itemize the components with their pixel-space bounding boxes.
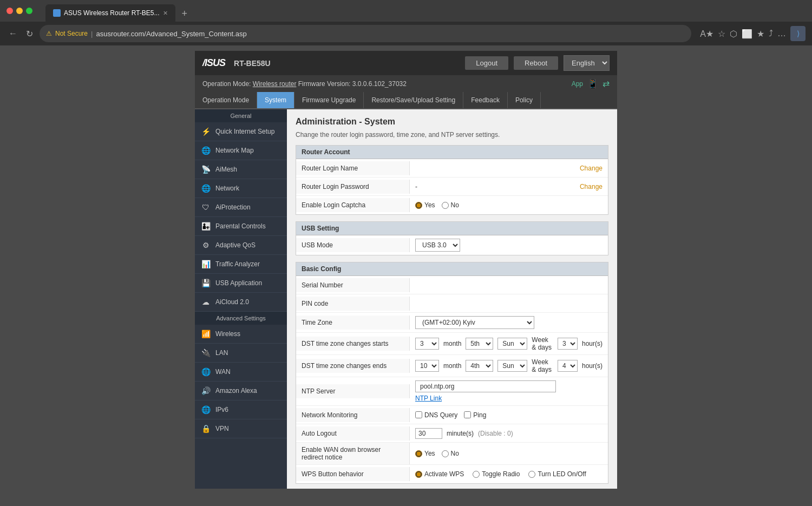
tab-firmware-upgrade[interactable]: Firmware Upgrade	[294, 92, 364, 108]
dns-query-label[interactable]: DNS Query	[415, 411, 457, 419]
sidebar-item-aicloud[interactable]: ☁ AiCloud 2.0	[195, 293, 287, 312]
sidebar-item-network[interactable]: 🌐 Network	[195, 179, 287, 198]
sidebar-item-network-map[interactable]: 🌐 Network Map	[195, 141, 287, 160]
wan-down-yes-text: Yes	[424, 450, 435, 457]
sidebar-item-lan[interactable]: 🔌 LAN	[195, 344, 287, 363]
wps-toggle-label[interactable]: Toggle Radio	[473, 470, 520, 478]
login-password-change-link[interactable]: Change	[580, 183, 603, 190]
split-view-icon[interactable]: ⬜	[742, 29, 752, 39]
dst-ends-hour-select[interactable]: 4012 35	[558, 360, 578, 372]
wps-activate-text: Activate WPS	[424, 470, 464, 478]
sidebar-item-traffic-analyzer[interactable]: 📊 Traffic Analyzer	[195, 255, 287, 274]
dns-query-checkbox[interactable]	[415, 411, 422, 418]
dst-ends-day-select[interactable]: 4th1st2nd3rd5th	[466, 360, 493, 372]
dst-ends-hour-label: hour(s)	[582, 362, 603, 370]
tab-close-icon[interactable]: ✕	[163, 10, 168, 17]
traffic-analyzer-icon: 📊	[200, 260, 211, 268]
wan-down-no-radio[interactable]	[442, 450, 449, 457]
logout-button[interactable]: Logout	[465, 56, 508, 70]
sidebar-item-ipv6[interactable]: 🌐 IPv6	[195, 400, 287, 419]
edge-sidebar-icon[interactable]: ⟩	[790, 26, 806, 41]
dst-starts-hour-select[interactable]: 3012 45	[558, 338, 578, 350]
wps-led-radio[interactable]	[528, 471, 535, 478]
wps-activate-label[interactable]: Activate WPS	[415, 470, 464, 478]
operation-info: Operation Mode: Wireless router Firmware…	[202, 80, 407, 88]
sidebar-item-vpn[interactable]: 🔒 VPN	[195, 419, 287, 438]
dst-ends-week-days: Week & days	[532, 358, 553, 373]
dst-ends-month-select[interactable]: 10123 4567 891112	[415, 360, 439, 372]
favorites-icon[interactable]: ★	[757, 29, 764, 39]
sidebar-item-adaptive-qos[interactable]: ⚙ Adaptive QoS	[195, 236, 287, 255]
app-store-icon[interactable]: 📱	[587, 78, 598, 89]
captcha-no-radio[interactable]	[442, 202, 449, 209]
ntp-server-input[interactable]	[415, 380, 556, 392]
dst-starts-dow-select[interactable]: SunMonTueWed ThuFriSat	[497, 338, 527, 350]
network-share-icon[interactable]: ⇄	[603, 78, 610, 89]
wan-down-yes-radio[interactable]	[415, 450, 422, 457]
sidebar-item-wan[interactable]: 🌐 WAN	[195, 363, 287, 382]
new-tab-button[interactable]: +	[178, 6, 192, 22]
ntp-link[interactable]: NTP Link	[415, 395, 442, 402]
tab-feedback[interactable]: Feedback	[463, 92, 508, 108]
wps-toggle-radio[interactable]	[473, 471, 480, 478]
browser-titlebar: ASUS Wireless Router RT-BE5... ✕ +	[0, 0, 812, 22]
captcha-yes-radio[interactable]	[415, 202, 422, 209]
back-button[interactable]: ←	[6, 27, 19, 41]
minimize-button[interactable]	[16, 8, 23, 14]
sidebar-item-wireless[interactable]: 📶 Wireless	[195, 325, 287, 344]
network-icon: 🌐	[200, 184, 211, 193]
reboot-button[interactable]: Reboot	[514, 56, 558, 70]
sidebar-item-amazon-alexa[interactable]: 🔊 Amazon Alexa	[195, 382, 287, 400]
sidebar-item-aimesh[interactable]: 📡 AiMesh	[195, 160, 287, 179]
tab-system[interactable]: System	[257, 92, 294, 108]
wps-led-label[interactable]: Turn LED On/Off	[528, 470, 586, 478]
dst-starts-month-select[interactable]: 3124 5678 9101112	[415, 338, 439, 350]
captcha-yes-label[interactable]: Yes	[415, 201, 435, 209]
wan-down-no-label[interactable]: No	[442, 450, 459, 457]
time-zone-select[interactable]: (GMT+02:00) Kyiv (GMT+00:00) UTC (GMT-05…	[415, 316, 534, 329]
menu-icon[interactable]: …	[777, 29, 786, 38]
operation-mode-link[interactable]: Wireless router	[253, 80, 297, 88]
ping-checkbox[interactable]	[464, 411, 471, 418]
sidebar-item-usb-application[interactable]: 💾 USB Application	[195, 274, 287, 293]
ping-label[interactable]: Ping	[464, 411, 486, 419]
active-tab[interactable]: ASUS Wireless Router RT-BE5... ✕	[45, 4, 175, 22]
wps-value: Activate WPS Toggle Radio Turn LED On/Of…	[410, 467, 608, 481]
dst-ends-dow-select[interactable]: SunMonTueWed ThuFriSat	[497, 360, 527, 372]
sidebar-label-parental: Parental Controls	[215, 222, 266, 230]
time-zone-row: Time Zone (GMT+02:00) Kyiv (GMT+00:00) U…	[296, 313, 608, 333]
bookmark-icon[interactable]: ☆	[718, 29, 725, 39]
aimesh-icon: 📡	[200, 165, 211, 174]
language-select[interactable]: English 中文	[564, 55, 610, 71]
login-name-change-link[interactable]: Change	[580, 165, 603, 172]
usb-mode-row: USB Mode USB 3.0 USB 2.0 Auto	[296, 235, 608, 255]
tab-restore-save[interactable]: Restore/Save/Upload Setting	[364, 92, 463, 108]
close-button[interactable]	[6, 8, 13, 14]
dst-starts-label: DST time zone changes starts	[296, 337, 410, 351]
maximize-button[interactable]	[26, 8, 32, 14]
extensions-icon[interactable]: ⬡	[730, 29, 737, 39]
usb-mode-select[interactable]: USB 3.0 USB 2.0 Auto	[415, 239, 460, 252]
dst-starts-day-select[interactable]: 5th1st2nd3rd4th	[466, 338, 493, 350]
auto-logout-disable[interactable]: (Disable : 0)	[478, 430, 513, 437]
sidebar-item-aiprotection[interactable]: 🛡 AiProtection	[195, 198, 287, 217]
captcha-no-label[interactable]: No	[442, 201, 459, 209]
address-bar[interactable]: ⚠ Not Secure | asusrouter.com/Advanced_S…	[40, 25, 691, 42]
auto-logout-input[interactable]	[415, 428, 442, 439]
wps-led-text: Turn LED On/Off	[538, 470, 586, 478]
sidebar-item-quick-internet-setup[interactable]: ⚡ Quick Internet Setup	[195, 122, 287, 141]
browser-tabs: ASUS Wireless Router RT-BE5... ✕ +	[45, 0, 192, 22]
reader-view-icon[interactable]: A★	[700, 29, 713, 39]
share-icon[interactable]: ⤴	[769, 29, 773, 38]
refresh-button[interactable]: ↻	[24, 27, 35, 41]
sidebar-item-parental-controls[interactable]: 👨‍👧 Parental Controls	[195, 217, 287, 236]
login-password-row: Router Login Password - Change	[296, 178, 608, 196]
url-text[interactable]: asusrouter.com/Advanced_System_Content.a…	[96, 30, 685, 38]
wan-down-yes-label[interactable]: Yes	[415, 450, 435, 457]
dst-ends-row: DST time zone changes ends 10123 4567 89…	[296, 355, 608, 377]
tab-operation-mode[interactable]: Operation Mode	[195, 92, 257, 108]
ntp-server-value: NTP Link	[410, 377, 608, 405]
sidebar-label-vpn: VPN	[215, 425, 229, 432]
tab-policy[interactable]: Policy	[508, 92, 541, 108]
wps-activate-radio[interactable]	[415, 471, 422, 478]
